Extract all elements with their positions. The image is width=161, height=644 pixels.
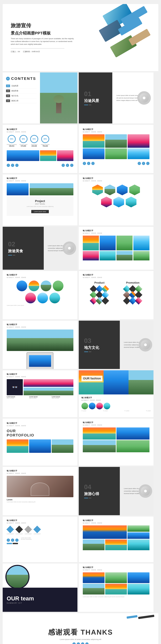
social-icon-tw2[interactable]: t xyxy=(66,164,69,167)
photo-g-2 xyxy=(105,134,127,148)
stats-footer: f t i f t i xyxy=(7,162,74,167)
dia-shape-4 xyxy=(34,526,41,533)
fr-icon-row: ✦ Lorem ✦ Lorem ✦ Lorem ✦ Lorem xyxy=(82,410,151,412)
section-deco-01 xyxy=(84,105,107,105)
circle-4 xyxy=(53,280,64,291)
cd-decoration-03 xyxy=(139,338,152,352)
circle-row xyxy=(7,280,74,291)
hex-1 xyxy=(92,184,103,195)
contents-item-0: 01 沿途风景 xyxy=(6,84,37,88)
thanks-deco-top xyxy=(123,616,158,618)
slide-stats: 输入标题文字 输入标题文字，添加内容，添加内容 95% Growing Comp… xyxy=(3,125,78,173)
circle-row-2 xyxy=(7,292,74,303)
sg-ig[interactable]: i xyxy=(91,162,94,165)
deco-bar-blue xyxy=(7,543,12,544)
rc-photo-4 xyxy=(83,584,104,594)
fr-photo-2 xyxy=(104,370,128,394)
photo-grid-sub: 输入标题文字，添加内容，添加内容 xyxy=(83,131,150,133)
fl-photos: 👓 xyxy=(7,379,74,395)
portfolio-sub: 输入标题文字，添加内容，添加内容 xyxy=(7,425,74,427)
thanks-fb[interactable]: f xyxy=(72,642,76,644)
section-deco-04 xyxy=(84,498,114,498)
time-label: 汇报时间：XX年XX月 xyxy=(23,50,40,52)
content-r1-heading: 输入标题文字 xyxy=(83,230,150,232)
sg-tw2[interactable]: t xyxy=(142,162,145,165)
slide-section-03: 03 地方文化 Lorem ipsum dolor sit amet conse… xyxy=(79,321,154,369)
hex-heading: 输入标题文字 xyxy=(83,177,150,180)
slide-our-team: OUR team SUMMARY KIT xyxy=(3,564,78,612)
social-icon-ig2[interactable]: i xyxy=(70,164,74,167)
slide-thanks: 感谢观看 THANKS Lorem ipsum dolor sit amet c… xyxy=(3,613,158,644)
laptop-mockup-wrap xyxy=(25,352,55,369)
landscape-sub: 输入标题文字，添加内容，添加内容 xyxy=(7,180,74,182)
section-04-right: Lorem ipsum dolor sit amet consectetur a… xyxy=(120,467,154,515)
circle-5 xyxy=(25,292,36,303)
sg-ig2[interactable]: i xyxy=(146,162,150,165)
hex-6 xyxy=(113,197,124,208)
d-fb[interactable]: f xyxy=(7,538,10,542)
ruins-lorem: Lorem xyxy=(7,498,74,501)
thanks-tw[interactable]: t xyxy=(77,642,80,644)
photo-sm-1 xyxy=(7,150,39,161)
contents-item-3: 04 旅游心得 xyxy=(6,98,37,103)
pp-heading: 输入标题文字 xyxy=(83,274,150,276)
pc-row-1 xyxy=(83,526,150,539)
contents-num-3: 04 xyxy=(6,100,10,102)
section-title-03: 地方文化 xyxy=(84,345,114,350)
sg-fb2[interactable]: f xyxy=(138,162,141,165)
circle-heading: 输入标题文字 xyxy=(7,274,74,276)
social-icon-fb[interactable]: f xyxy=(7,164,10,167)
stat-label-2: Subscribers xyxy=(30,144,38,145)
cover-subtitle: There are many variations of passages of… xyxy=(11,37,75,46)
wl-content xyxy=(7,330,74,369)
section-deco-03 xyxy=(84,352,114,352)
section-title-02: 旅途美食 xyxy=(8,248,38,254)
fashion-overlay-text: OUR fashion xyxy=(82,376,102,381)
rc-photo-2 xyxy=(105,572,127,583)
fr-icon-4: ✦ Lorem xyxy=(146,410,151,412)
dia-label-2: Lorem ipsum xyxy=(16,533,23,534)
section-03-right: Lorem ipsum dolor sit amet consectetur a… xyxy=(120,321,154,369)
slide-content-right-2: 输入标题文字 输入标题文字，添加内容，添加内容 xyxy=(79,418,154,466)
social-icon-ig[interactable]: i xyxy=(15,164,18,167)
social-icon-tw[interactable]: t xyxy=(11,164,14,167)
d-ig[interactable]: i xyxy=(15,538,18,542)
project-button[interactable]: Lorem ipsum dolor xyxy=(31,210,49,213)
circle-6 xyxy=(37,292,48,303)
dia-shape-3 xyxy=(24,526,32,533)
pc-heading: 输入标题文字 xyxy=(83,519,150,522)
social-icon-fb2[interactable]: f xyxy=(62,164,65,167)
thanks-ig[interactable]: i xyxy=(81,642,84,644)
photo-g-4 xyxy=(83,148,104,159)
pc-photo-3 xyxy=(128,532,150,539)
hex-7 xyxy=(126,197,136,208)
photo-g-1 xyxy=(83,134,104,148)
thanks-subtitle: Lorem ipsum dolor sit amet consectetur a… xyxy=(60,638,101,640)
section-num-03: 03 xyxy=(84,338,114,344)
d-tw[interactable]: t xyxy=(11,538,14,542)
thanks-yt[interactable]: y xyxy=(85,642,88,644)
section-num-04: 04 xyxy=(84,484,114,490)
fl-text-row: Lorem ipsum dolor sit amet Lorem ipsum d… xyxy=(7,396,74,399)
hex-4 xyxy=(129,184,140,195)
dia-row: Lorem ipsum Lorem ipsum Lorem ipsum Lore… xyxy=(7,527,74,534)
dia-item-1: Lorem ipsum xyxy=(7,527,14,534)
sg-fb[interactable]: f xyxy=(83,162,86,165)
portfolio-name: PORTOFOLIO xyxy=(7,433,74,438)
pf-photo-3 xyxy=(52,440,74,453)
slide-photo-collection: 输入标题文字 输入标题文字，添加内容，添加内容 xyxy=(79,516,154,562)
stat-value-2: 245,508 xyxy=(30,145,38,147)
portfolio-our: OUR xyxy=(7,429,74,433)
stat-value-0: 548,051 xyxy=(7,145,17,147)
sg-tw[interactable]: t xyxy=(87,162,90,165)
slide-hex-photos: 输入标题文字 输入标题文字，添加内容，添加内容 xyxy=(79,174,154,226)
slide-fashion-right: OUR fashion 输入标题文字 输入标题文字，添加内容，添加内容 ✦ Lo… xyxy=(79,370,154,417)
dia-item-4: Lorem ipsum xyxy=(34,527,41,534)
cr1-photo-4 xyxy=(133,236,150,250)
land-photo-2 xyxy=(30,183,74,195)
section-02-left: 02 旅途美食 xyxy=(3,227,44,270)
dia-bottom-icons: f t i Lorem ipsum dolorsit amet consecte… xyxy=(7,537,74,542)
stats-sub: 输入标题文字，添加内容，添加内容 xyxy=(7,131,74,133)
section-02-inner: 02 旅途美食 Lorem ipsum dolor sit amet conse… xyxy=(3,227,78,270)
contents-num-1: 02 xyxy=(6,90,10,92)
